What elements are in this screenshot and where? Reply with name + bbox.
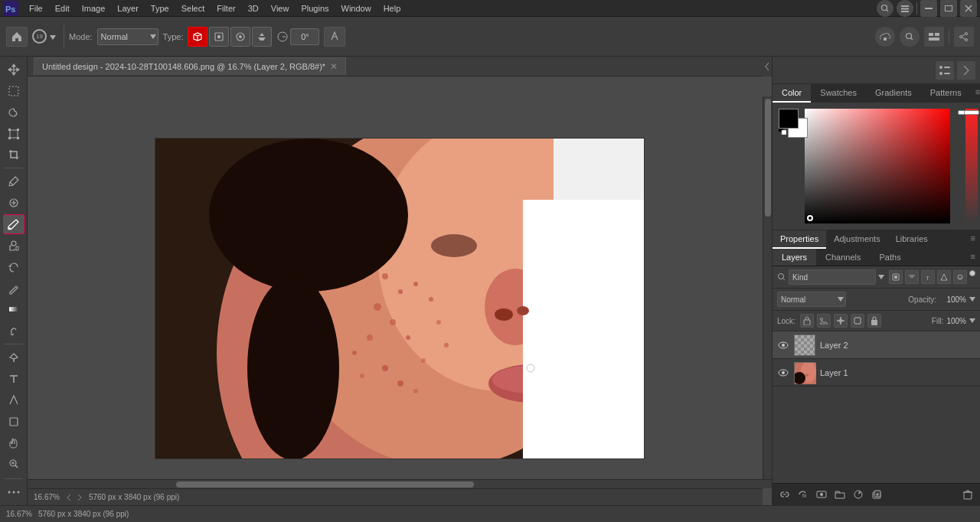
workspace-button[interactable] [897,0,913,17]
opacity-dropdown-icon[interactable] [969,297,975,302]
gradients-tab[interactable]: Gradients [866,84,921,103]
cloud-icon[interactable] [875,27,895,47]
alpha-handle[interactable] [964,110,979,115]
type-btn-4[interactable] [252,27,272,47]
vertical-scrollbar[interactable] [763,96,772,488]
menu-type[interactable]: Type [145,2,175,15]
menu-select[interactable]: Select [175,2,211,15]
delete-layer-btn[interactable] [960,487,975,502]
add-mask-btn[interactable] [814,487,829,502]
fx-btn[interactable]: fx [795,487,811,502]
search-button[interactable] [877,0,893,17]
shape-tool[interactable] [3,412,24,432]
healing-tool[interactable] [3,193,24,213]
home-button[interactable] [6,27,28,47]
type-btn-3[interactable] [230,27,250,47]
menu-image[interactable]: Image [76,2,112,15]
filter-smart-icon[interactable]: s [953,270,967,284]
photo-canvas[interactable] [155,138,645,459]
menu-layer[interactable]: Layer [111,2,145,15]
pen-tool[interactable] [3,347,24,367]
gradient-tool[interactable] [3,300,24,320]
kind-select[interactable]: Kind [789,269,876,285]
type-btn-1[interactable] [188,27,207,47]
brush-tool[interactable] [3,214,24,234]
alpha-slider[interactable] [965,109,978,223]
panel-collapse-btn[interactable] [763,57,772,77]
canvas-workspace[interactable] [28,77,772,505]
channels-tab[interactable]: Channels [816,249,870,266]
menu-window[interactable]: Window [335,2,377,15]
menu-file[interactable]: File [23,2,49,15]
color-panel-menu[interactable]: ≡ [971,84,980,103]
adjustments-tab[interactable]: Adjustments [826,230,888,249]
filter-shape-icon[interactable] [937,270,951,284]
layers-menu-btn[interactable]: ≡ [966,249,980,266]
share-icon[interactable] [954,27,974,47]
angle-input[interactable]: 0° [290,28,319,45]
transform-tool[interactable] [3,124,24,144]
doc-tab-close[interactable]: ✕ [330,61,338,72]
menu-view[interactable]: View [265,2,296,15]
layer-2-visibility[interactable] [777,339,789,351]
lock-artboard-icon[interactable] [851,314,864,328]
lock-image-icon[interactable] [817,314,831,328]
lock-all-icon[interactable] [867,314,881,328]
eyedropper-tool[interactable] [3,171,24,191]
type-btn-2[interactable] [209,27,229,47]
layer-row[interactable]: Layer 1 [773,359,980,387]
close-button[interactable] [960,0,977,17]
properties-tab[interactable]: Properties [773,230,826,249]
lock-position-icon[interactable] [834,314,848,328]
layers-tab[interactable]: Layers [773,249,816,266]
menu-edit[interactable]: Edit [49,2,76,15]
nav-right-arrow[interactable] [75,493,84,502]
clone-tool[interactable] [3,236,24,256]
brush-dropdown[interactable] [50,32,59,41]
move-tool[interactable] [3,60,24,80]
fill-dropdown-icon[interactable] [969,318,975,323]
hand-tool[interactable] [3,433,24,453]
layout-icon[interactable] [924,27,944,47]
document-tab[interactable]: Untitled design - 2024-10-28T100148.606.… [34,57,346,75]
pressure-button[interactable] [324,27,345,47]
path-select-tool[interactable] [3,390,24,410]
zoom-tool[interactable] [3,454,24,474]
menu-help[interactable]: Help [377,2,407,15]
blend-mode-select[interactable]: Normal Dissolve Multiply [777,292,846,307]
color-tab[interactable]: Color [773,84,811,103]
patterns-tab[interactable]: Patterns [921,84,971,103]
collapse-right-icon[interactable] [957,61,975,80]
mode-select[interactable]: Normal Dissolve Multiply [97,28,158,45]
swatches-tab[interactable]: Swatches [811,84,866,103]
new-group-btn[interactable] [832,487,848,502]
lasso-tool[interactable] [3,103,24,122]
minimize-button[interactable] [920,0,937,17]
filter-pixel-icon[interactable] [889,270,903,284]
maximize-button[interactable] [940,0,957,17]
eraser-tool[interactable] [3,279,24,299]
new-layer-btn[interactable] [869,487,884,502]
menu-plugins[interactable]: Plugins [295,2,335,15]
filter-type-icon[interactable]: T [921,270,935,284]
marquee-tool[interactable] [3,81,24,101]
dodge-tool[interactable] [3,321,24,341]
layer-row[interactable]: Layer 2 [773,331,980,359]
props-menu-btn[interactable]: ≡ [966,230,980,249]
menu-3d[interactable]: 3D [242,2,265,15]
nav-left-arrow[interactable] [64,493,74,502]
fill-value[interactable]: 100% [946,317,966,325]
text-tool[interactable] [3,369,24,389]
horizontal-scrollbar[interactable] [28,479,772,488]
filter-adjustment-icon[interactable] [905,270,919,284]
libraries-tab[interactable]: Libraries [888,230,936,249]
new-adjustment-btn[interactable] [851,487,866,502]
color-picker-handle[interactable] [807,215,813,221]
more-tools[interactable] [3,482,24,502]
panel-menu-icon[interactable] [936,61,954,80]
paths-tab[interactable]: Paths [871,249,910,266]
color-gradient[interactable] [805,109,950,223]
link-layers-btn[interactable] [777,487,792,502]
search-top-icon[interactable] [900,27,920,47]
crop-tool[interactable] [3,145,24,165]
